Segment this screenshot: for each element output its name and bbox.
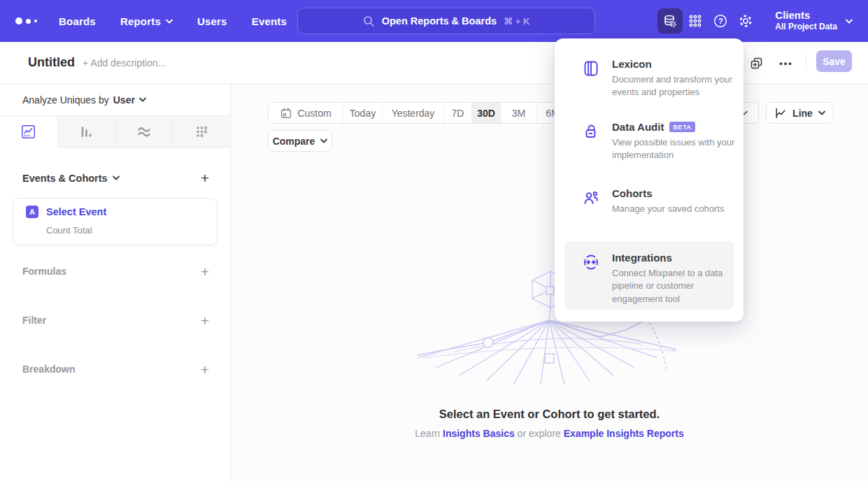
insights-basics-link[interactable]: Insights Basics xyxy=(443,428,515,439)
nav-label: Users xyxy=(197,15,227,27)
compare-button[interactable]: Compare xyxy=(268,130,332,152)
learn-prefix: Learn xyxy=(415,428,440,439)
dots-grid-tab-icon xyxy=(194,124,209,139)
bar-chart-tab-icon xyxy=(79,124,94,139)
mixpanel-logo-icon[interactable] xyxy=(15,0,37,42)
menu-item-integrations[interactable]: Integrations Connect Mixpanel to a data … xyxy=(564,241,734,310)
top-nav: Boards Reports Users Events Open Reports… xyxy=(0,0,868,42)
cohorts-users-icon xyxy=(582,187,600,215)
chevron-down-icon xyxy=(818,110,825,115)
calendar-icon xyxy=(280,107,292,120)
series-badge: A xyxy=(26,206,38,218)
middle-text: or explore xyxy=(518,428,561,439)
help-button[interactable]: ? xyxy=(708,8,733,34)
mixpanel-insights-app: Boards Reports Users Events Open Reports… xyxy=(0,0,868,481)
apps-grid-button[interactable] xyxy=(683,8,708,34)
formulas-label: Formulas xyxy=(22,266,66,277)
project-switcher[interactable]: Clients All Project Data xyxy=(775,9,853,33)
settings-button[interactable] xyxy=(733,8,758,34)
breakdown-row: Breakdown + xyxy=(0,359,230,379)
menu-item-title: Integrations xyxy=(612,252,672,264)
chart-type-button[interactable]: Line xyxy=(766,102,834,124)
chevron-down-icon xyxy=(320,138,327,143)
add-formula-button[interactable]: + xyxy=(201,264,209,279)
formulas-row: Formulas + xyxy=(0,261,230,281)
database-gear-icon xyxy=(662,13,678,29)
compare-label: Compare xyxy=(273,136,315,147)
more-options-button[interactable]: ••• xyxy=(774,50,799,76)
date-range-yesterday[interactable]: Yesterday xyxy=(382,103,443,123)
lexicon-book-icon xyxy=(582,58,600,99)
chart-type-tabs xyxy=(0,116,230,148)
data-audit-lock-icon xyxy=(582,121,600,162)
data-management-button[interactable] xyxy=(657,8,683,34)
menu-item-description: View possible issues with your implement… xyxy=(612,136,737,162)
menu-item-description: Connect Mixpanel to a data pipeline or c… xyxy=(612,267,737,306)
duplicate-icon xyxy=(750,57,763,70)
gear-icon xyxy=(738,13,753,29)
report-description-input[interactable]: + Add description... xyxy=(83,57,166,69)
line-chart-icon xyxy=(774,107,787,120)
analyze-value-dropdown[interactable]: User xyxy=(113,94,146,106)
integrations-sync-icon xyxy=(582,252,600,310)
nav-item-users[interactable]: Users xyxy=(197,15,227,27)
date-range-custom[interactable]: Custom xyxy=(269,103,343,123)
select-event-link[interactable]: Select Event xyxy=(46,206,106,217)
tab-retention-grid[interactable] xyxy=(173,116,231,148)
add-filter-button[interactable]: + xyxy=(201,313,209,328)
nav-item-reports[interactable]: Reports xyxy=(120,15,173,27)
chart-type-label: Line xyxy=(792,108,813,119)
data-management-menu: Lexicon Document and transform your even… xyxy=(555,38,744,322)
date-range-today[interactable]: Today xyxy=(343,103,382,123)
menu-item-lexicon[interactable]: Lexicon Document and transform your even… xyxy=(564,58,734,99)
menu-item-data-audit[interactable]: Data Audit BETA View possible issues wit… xyxy=(564,121,734,162)
date-range-label: 30D xyxy=(477,108,495,119)
date-range-label: 7D xyxy=(452,108,464,119)
date-range-30d-selected[interactable]: 30D xyxy=(471,103,500,123)
menu-item-title: Data Audit xyxy=(612,121,664,133)
count-type-selector[interactable]: Count Total xyxy=(46,225,92,236)
nav-label: Reports xyxy=(120,15,161,27)
section-label: Events & Cohorts xyxy=(22,173,108,184)
global-search-input[interactable]: Open Reports & Boards ⌘ + K xyxy=(297,8,595,34)
grid-icon xyxy=(688,13,703,29)
chevron-down-icon xyxy=(113,175,120,180)
tab-bar-chart[interactable] xyxy=(58,116,116,148)
events-cohorts-toggle[interactable]: Events & Cohorts xyxy=(22,173,120,184)
help-glyph: ? xyxy=(718,17,723,25)
search-icon xyxy=(363,15,375,27)
chevron-down-icon xyxy=(846,19,853,24)
nav-item-boards[interactable]: Boards xyxy=(59,15,96,27)
duplicate-report-button[interactable] xyxy=(744,50,769,76)
date-range-7d[interactable]: 7D xyxy=(443,103,471,123)
nav-icon-group: ? Clients All Project Data xyxy=(657,0,868,42)
date-range-label: Yesterday xyxy=(392,108,435,119)
add-event-button[interactable]: + xyxy=(201,171,209,185)
primary-nav: Boards Reports Users Events xyxy=(59,0,287,42)
save-button[interactable]: Save xyxy=(816,50,852,72)
breakdown-label: Breakdown xyxy=(22,364,75,375)
line-chart-tab-icon xyxy=(21,124,36,139)
menu-item-cohorts[interactable]: Cohorts Manage your saved cohorts xyxy=(564,187,734,215)
report-title[interactable]: Untitled xyxy=(28,55,75,70)
nav-item-events[interactable]: Events xyxy=(252,15,287,27)
empty-state-links: Learn Insights Basics or explore Example… xyxy=(231,428,868,439)
menu-item-description: Document and transform your events and p… xyxy=(612,73,737,99)
analyze-uniques-row: Analyze Uniques by User xyxy=(0,84,230,116)
date-range-3m[interactable]: 3M xyxy=(500,103,536,123)
event-card[interactable]: A Select Event Count Total xyxy=(13,198,218,245)
add-breakdown-button[interactable]: + xyxy=(201,362,209,377)
chevron-down-icon xyxy=(139,97,146,102)
example-reports-link[interactable]: Example Insights Reports xyxy=(564,428,684,439)
nav-label: Events xyxy=(252,15,287,27)
menu-item-title: Lexicon xyxy=(612,58,652,70)
query-builder-sidebar: Analyze Uniques by User xyxy=(0,84,231,481)
header-divider xyxy=(806,55,806,71)
filter-row: Filter + xyxy=(0,310,230,330)
events-cohorts-header: Events & Cohorts + xyxy=(0,171,230,185)
tab-insights-line[interactable] xyxy=(0,116,58,148)
nav-label: Boards xyxy=(59,15,96,27)
empty-state-title: Select an Event or Cohort to get started… xyxy=(231,408,868,421)
date-range-label: Today xyxy=(350,108,376,119)
tab-flow-chart[interactable] xyxy=(115,116,173,148)
